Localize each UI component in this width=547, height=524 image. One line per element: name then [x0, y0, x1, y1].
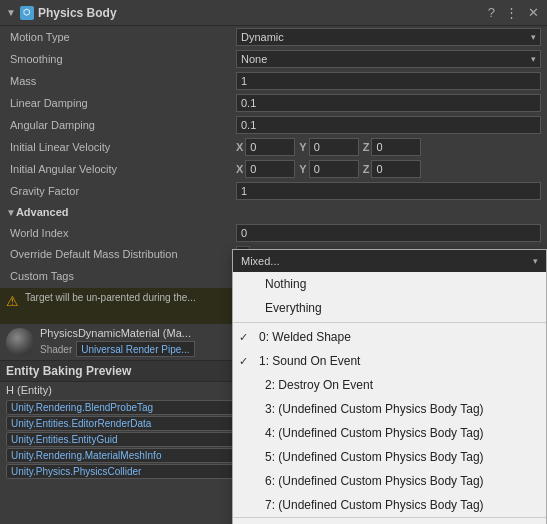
settings-button[interactable]: ⋮	[503, 4, 520, 21]
ilv-z-item: Z	[363, 138, 422, 156]
angular-damping-value	[236, 116, 541, 134]
custom-tags-dropdown: Mixed... ▾ Nothing Everything ✓ 0: Welde…	[232, 249, 547, 524]
iav-y-input[interactable]	[309, 160, 359, 178]
initial-linear-velocity-xyz: X Y Z	[236, 138, 541, 156]
initial-angular-velocity-value: X Y Z	[236, 160, 541, 178]
motion-type-arrow: ▾	[531, 32, 536, 42]
close-button[interactable]: ✕	[526, 4, 541, 21]
help-button[interactable]: ?	[486, 4, 497, 21]
panel-title: Physics Body	[38, 6, 117, 20]
initial-angular-velocity-xyz: X Y Z	[236, 160, 541, 178]
dropdown-item-destroy-on-event[interactable]: 2: Destroy On Event	[233, 373, 546, 397]
panel-header-left: ▼ ⬡ Physics Body	[6, 6, 486, 20]
iav-y-item: Y	[299, 160, 358, 178]
dropdown-item-undef7[interactable]: 7: (Undefined Custom Physics Body Tag)	[233, 493, 546, 517]
motion-type-label: Motion Type	[6, 31, 236, 43]
dropdown-item-everything[interactable]: Everything	[233, 296, 546, 320]
physics-body-panel: ▼ ⬡ Physics Body ? ⋮ ✕ Motion Type Dynam…	[0, 0, 547, 481]
gravity-factor-input[interactable]	[236, 182, 541, 200]
dropdown-item-undef5[interactable]: 5: (Undefined Custom Physics Body Tag)	[233, 445, 546, 469]
component-icon: ⬡	[20, 6, 34, 20]
dropdown-divider-1	[233, 322, 546, 323]
linear-damping-value	[236, 94, 541, 112]
ilv-y-label: Y	[299, 141, 306, 153]
iav-x-item: X	[236, 160, 295, 178]
initial-angular-velocity-label: Initial Angular Velocity	[6, 163, 236, 175]
panel-header-right: ? ⋮ ✕	[486, 4, 541, 21]
linear-damping-row: Linear Damping	[0, 92, 547, 114]
shader-label: Shader	[40, 344, 72, 355]
mass-value	[236, 72, 541, 90]
ilv-x-input[interactable]	[245, 138, 295, 156]
mass-input[interactable]	[236, 72, 541, 90]
dropdown-item-sound-on-event[interactable]: ✓ 1: Sound On Event	[233, 349, 546, 373]
angular-damping-label: Angular Damping	[6, 119, 236, 131]
advanced-section-header[interactable]: ▼ Advanced	[0, 202, 547, 222]
advanced-arrow: ▼	[6, 207, 16, 218]
dropdown-item-nothing[interactable]: Nothing	[233, 272, 546, 296]
motion-type-select[interactable]: Dynamic ▾	[236, 28, 541, 46]
iav-x-label: X	[236, 163, 243, 175]
initial-linear-velocity-label: Initial Linear Velocity	[6, 141, 236, 153]
ilv-x-label: X	[236, 141, 243, 153]
initial-linear-velocity-row: Initial Linear Velocity X Y Z	[0, 136, 547, 158]
dropdown-header-arrow: ▾	[533, 256, 538, 266]
custom-tags-label: Custom Tags	[6, 270, 236, 282]
world-index-label: World Index	[6, 227, 236, 239]
iav-z-item: Z	[363, 160, 422, 178]
override-mass-label: Override Default Mass Distribution	[6, 248, 236, 260]
iav-z-label: Z	[363, 163, 370, 175]
warning-icon: ⚠	[6, 293, 19, 309]
world-index-row: World Index	[0, 222, 547, 244]
mass-row: Mass	[0, 70, 547, 92]
dropdown-header-text: Mixed...	[241, 255, 280, 267]
smoothing-row: Smoothing None ▾	[0, 48, 547, 70]
gravity-factor-row: Gravity Factor	[0, 180, 547, 202]
linear-damping-label: Linear Damping	[6, 97, 236, 109]
ilv-z-label: Z	[363, 141, 370, 153]
panel-header: ▼ ⬡ Physics Body ? ⋮ ✕	[0, 0, 547, 26]
dropdown-item-welded-shape[interactable]: ✓ 0: Welded Shape	[233, 325, 546, 349]
world-index-value	[236, 224, 541, 242]
ilv-x-item: X	[236, 138, 295, 156]
gravity-factor-value	[236, 182, 541, 200]
dropdown-item-undef4[interactable]: 4: (Undefined Custom Physics Body Tag)	[233, 421, 546, 445]
check-sound: ✓	[239, 355, 253, 368]
linear-damping-input[interactable]	[236, 94, 541, 112]
world-index-input[interactable]	[236, 224, 541, 242]
angular-damping-input[interactable]	[236, 116, 541, 134]
smoothing-select[interactable]: None ▾	[236, 50, 541, 68]
ilv-z-input[interactable]	[371, 138, 421, 156]
material-thumbnail	[6, 328, 34, 356]
advanced-label: Advanced	[16, 206, 69, 218]
shader-value: Universal Render Pipe...	[76, 341, 194, 357]
iav-z-input[interactable]	[371, 160, 421, 178]
dropdown-header[interactable]: Mixed... ▾	[233, 250, 546, 272]
check-welded: ✓	[239, 331, 253, 344]
initial-linear-velocity-value: X Y Z	[236, 138, 541, 156]
smoothing-value: None ▾	[236, 50, 541, 68]
ilv-y-item: Y	[299, 138, 358, 156]
dropdown-item-undef3[interactable]: 3: (Undefined Custom Physics Body Tag)	[233, 397, 546, 421]
smoothing-arrow: ▾	[531, 54, 536, 64]
motion-type-value: Dynamic ▾	[236, 28, 541, 46]
iav-x-input[interactable]	[245, 160, 295, 178]
iav-y-label: Y	[299, 163, 306, 175]
gravity-factor-label: Gravity Factor	[6, 185, 236, 197]
angular-damping-row: Angular Damping	[0, 114, 547, 136]
smoothing-label: Smoothing	[6, 53, 236, 65]
dropdown-item-undef6[interactable]: 6: (Undefined Custom Physics Body Tag)	[233, 469, 546, 493]
mass-label: Mass	[6, 75, 236, 87]
motion-type-row: Motion Type Dynamic ▾	[0, 26, 547, 48]
initial-angular-velocity-row: Initial Angular Velocity X Y Z	[0, 158, 547, 180]
collapse-arrow[interactable]: ▼	[6, 7, 16, 18]
dropdown-footer-edit[interactable]: Edit Custom Physics Body Tag Names	[233, 517, 546, 524]
ilv-y-input[interactable]	[309, 138, 359, 156]
